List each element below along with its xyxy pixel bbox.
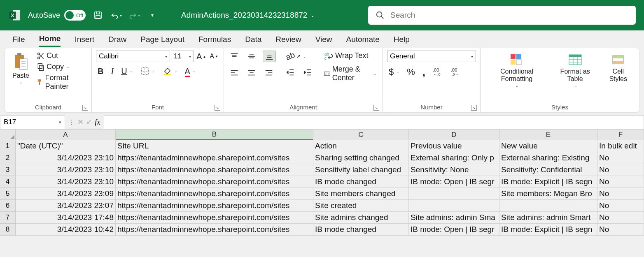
- select-all-corner[interactable]: [0, 130, 16, 140]
- format-painter-button[interactable]: Format Painter: [35, 73, 87, 92]
- align-top-button[interactable]: [228, 51, 240, 62]
- dialog-launcher-icon[interactable]: ↘: [373, 105, 379, 111]
- autosave-toggle[interactable]: AutoSave Off: [28, 10, 86, 21]
- name-box[interactable]: B17▾: [0, 115, 65, 129]
- cut-button[interactable]: Cut: [35, 51, 87, 61]
- cell[interactable]: No: [597, 152, 644, 164]
- cell[interactable]: https://tenantadminnewhope.sharepoint.co…: [116, 164, 313, 176]
- column-header-C[interactable]: C: [313, 130, 409, 140]
- cell[interactable]: [499, 200, 597, 212]
- accounting-format-button[interactable]: $⌄: [387, 66, 401, 78]
- cell[interactable]: No: [597, 212, 644, 224]
- cell[interactable]: Site admins changed: [313, 212, 409, 224]
- decrease-decimal-button[interactable]: .00.0→: [449, 67, 463, 77]
- cell[interactable]: No: [597, 224, 644, 236]
- align-middle-button[interactable]: [245, 51, 258, 62]
- row-header[interactable]: 6: [0, 200, 16, 212]
- italic-button[interactable]: I: [109, 66, 115, 77]
- dialog-launcher-icon[interactable]: ↘: [82, 105, 88, 111]
- dialog-launcher-icon[interactable]: ↘: [471, 105, 477, 111]
- cell[interactable]: IB mode changed: [313, 176, 409, 188]
- search-input[interactable]: [390, 11, 628, 20]
- cell[interactable]: 3/14/2023 23:09: [16, 188, 116, 200]
- column-header-E[interactable]: E: [499, 130, 597, 140]
- redo-icon[interactable]: ▾: [128, 9, 140, 21]
- column-header-F[interactable]: F: [597, 130, 644, 140]
- cell-styles-button[interactable]: Cell Styles: [601, 51, 635, 85]
- wrap-text-button[interactable]: abcWrap Text: [322, 51, 378, 61]
- row-header[interactable]: 2: [0, 152, 16, 164]
- cell[interactable]: Site created: [313, 200, 409, 212]
- font-color-button[interactable]: A⌄: [183, 66, 198, 77]
- orientation-button[interactable]: ab↗⌄: [284, 51, 314, 62]
- cell[interactable]: https://tenantadminnewhope.sharepoint.co…: [116, 176, 313, 188]
- underline-button[interactable]: U⌄: [119, 66, 134, 77]
- cell[interactable]: 3/14/2023 10:42: [16, 224, 116, 236]
- dialog-launcher-icon[interactable]: ↘: [215, 105, 220, 111]
- cell[interactable]: External sharing: Existing: [499, 152, 597, 164]
- bold-button[interactable]: B: [96, 66, 105, 77]
- cell[interactable]: IB mode changed: [313, 224, 409, 236]
- cell[interactable]: No: [597, 188, 644, 200]
- conditional-formatting-button[interactable]: Conditional Formatting⌄: [485, 51, 549, 90]
- cell[interactable]: 3/14/2023 23:10: [16, 176, 116, 188]
- tab-page-layout[interactable]: Page Layout: [140, 32, 184, 46]
- cell[interactable]: [409, 200, 499, 212]
- cell[interactable]: Site URL: [116, 140, 313, 152]
- row-header[interactable]: 3: [0, 164, 16, 176]
- tab-draw[interactable]: Draw: [108, 32, 126, 46]
- cell[interactable]: No: [597, 176, 644, 188]
- cell[interactable]: Sensitivity: None: [409, 164, 499, 176]
- align-bottom-button[interactable]: [263, 51, 276, 62]
- cell[interactable]: https://tenantadminnewhope.sharepoint.co…: [116, 200, 313, 212]
- cell[interactable]: Sensitivity: Confidential: [499, 164, 597, 176]
- cell[interactable]: IB mode: Open | IB segr: [409, 176, 499, 188]
- increase-font-button[interactable]: A▴: [195, 51, 207, 62]
- tab-automate[interactable]: Automate: [346, 32, 379, 46]
- decrease-indent-button[interactable]: [284, 67, 296, 78]
- cell[interactable]: IB mode: Explicit | IB segn: [499, 224, 597, 236]
- cancel-icon[interactable]: ✕: [77, 118, 84, 127]
- tab-formulas[interactable]: Formulas: [198, 32, 231, 46]
- menu-dots-icon[interactable]: ⋮: [68, 118, 75, 126]
- cell[interactable]: No: [597, 200, 644, 212]
- cell[interactable]: Action: [313, 140, 409, 152]
- decrease-font-button[interactable]: A▾: [208, 52, 219, 61]
- cell[interactable]: Site members: Megan Bro: [499, 188, 597, 200]
- cell[interactable]: No: [597, 164, 644, 176]
- save-icon[interactable]: [92, 9, 104, 21]
- tab-help[interactable]: Help: [394, 32, 410, 46]
- cell[interactable]: Sharing setting changed: [313, 152, 409, 164]
- row-header[interactable]: 4: [0, 176, 16, 188]
- undo-icon[interactable]: ▾: [110, 9, 122, 21]
- cell[interactable]: https://tenantadminnewhope.sharepoint.co…: [116, 212, 313, 224]
- paste-button[interactable]: Paste ⌄: [9, 51, 33, 86]
- row-header[interactable]: 8: [0, 224, 16, 236]
- row-header[interactable]: 1: [0, 140, 16, 152]
- confirm-icon[interactable]: ✓: [86, 118, 92, 127]
- row-header[interactable]: 5: [0, 188, 16, 200]
- tab-home[interactable]: Home: [39, 32, 61, 47]
- toggle-switch[interactable]: Off: [64, 10, 86, 21]
- formula-input[interactable]: [104, 115, 644, 129]
- comma-format-button[interactable]: ,: [421, 65, 427, 79]
- tab-view[interactable]: View: [315, 32, 332, 46]
- cell[interactable]: 3/14/2023 23:07: [16, 200, 116, 212]
- merge-center-button[interactable]: Merge & Center⌄: [322, 64, 378, 83]
- cell[interactable]: [409, 188, 499, 200]
- cell[interactable]: Site admins: admin Sma: [409, 212, 499, 224]
- increase-decimal-button[interactable]: .00←.0: [431, 67, 445, 77]
- tab-data[interactable]: Data: [245, 32, 261, 46]
- cell[interactable]: 3/14/2023 23:10: [16, 164, 116, 176]
- cell[interactable]: Site members changed: [313, 188, 409, 200]
- font-size-combo[interactable]: 11▾: [171, 51, 194, 62]
- copy-button[interactable]: Copy⌄: [35, 62, 87, 72]
- search-box[interactable]: [368, 6, 636, 25]
- column-header-B[interactable]: B: [116, 130, 313, 140]
- cell[interactable]: Sensitivity label changed: [313, 164, 409, 176]
- fx-icon[interactable]: fx: [95, 118, 100, 127]
- cell[interactable]: https://tenantadminnewhope.sharepoint.co…: [116, 188, 313, 200]
- qat-dropdown-icon[interactable]: ▾: [147, 9, 158, 21]
- document-title[interactable]: AdminActions_20230314232318872 ⌄: [181, 11, 315, 20]
- font-name-combo[interactable]: Calibri▾: [96, 51, 170, 62]
